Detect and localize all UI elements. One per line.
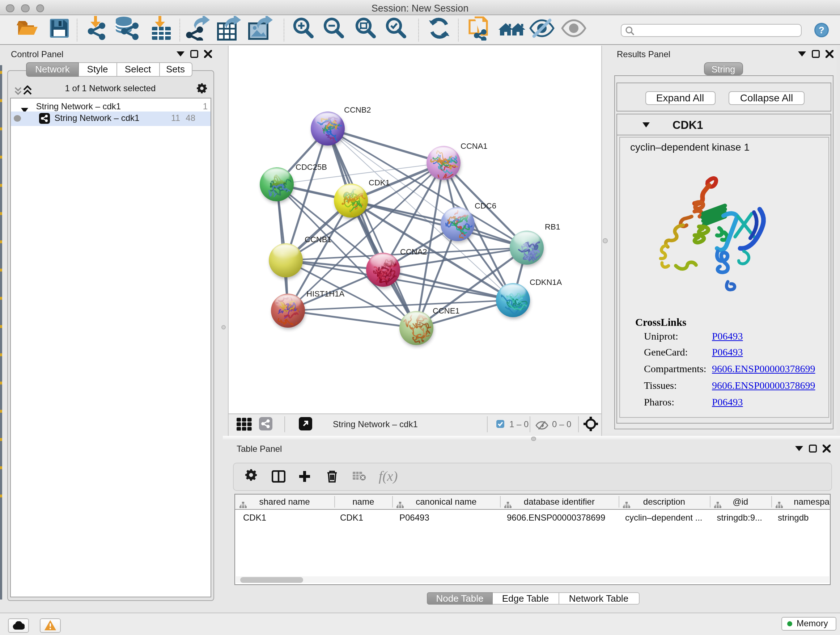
svg-text:?: ? xyxy=(819,25,824,35)
svg-text:CDC6: CDC6 xyxy=(474,201,496,210)
svg-text:CDKN1A: CDKN1A xyxy=(529,277,562,287)
svg-text:CCNE1: CCNE1 xyxy=(432,306,459,315)
svg-text:CCNB1: CCNB1 xyxy=(304,234,332,244)
svg-text:CCNA1: CCNA1 xyxy=(460,141,487,150)
svg-text:HIST1H1A: HIST1H1A xyxy=(306,289,344,298)
svg-text:CDC25B: CDC25B xyxy=(295,162,327,171)
svg-text:CDK1: CDK1 xyxy=(368,178,390,187)
svg-text:CCNB2: CCNB2 xyxy=(344,105,371,114)
svg-text:CCNA2: CCNA2 xyxy=(400,247,427,256)
svg-text:RB1: RB1 xyxy=(545,222,560,231)
